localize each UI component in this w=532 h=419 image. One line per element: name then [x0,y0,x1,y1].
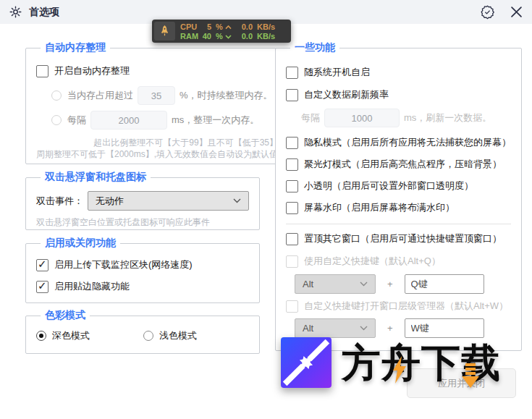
section-title-color-mode: 色彩模式 [41,309,90,322]
radio-suffix: %，时持续整理内存。 [180,89,273,102]
checkbox-icon [286,202,298,214]
cpu-unit: % [214,22,225,31]
ram-value: 40 [202,32,214,41]
checkbox-label: 屏幕水印（启用后屏幕将布满水印） [304,201,455,214]
doubleclick-event-label: 双击事件： [36,195,83,208]
memory-interval-input [90,111,167,130]
radio-icon [143,331,153,341]
cpu-net-value: 0.0 [236,22,255,31]
radio-memory-interval [51,115,62,125]
radio-label: 浅色模式 [159,329,197,342]
doubleclick-hint: 双击悬浮窗空白位置或托盘图标可响应此事件 [36,216,249,229]
checkbox-label: 使用自定义快捷键（默认Alt+Q） [304,255,441,268]
color-mode-options: 深色模式 浅色模式 [36,329,249,342]
checkbox-enable-auto-memory[interactable]: 开启自动内存整理 [36,64,278,77]
lightning-bolt-icon [393,356,406,384]
hotkey1-key-input[interactable] [405,274,484,294]
radio-memory-ratio [51,90,62,101]
checkbox-checked-icon [36,259,48,271]
checkbox-icon [286,89,298,101]
window-title: 首选项 [29,6,59,19]
hotkey2-key-input[interactable] [405,318,484,338]
checkbox-autostart[interactable]: 随系统开机自启 [286,66,511,79]
checkbox-spotlight-mode[interactable]: 聚光灯模式（启用后高亮焦点程序，压暗背景） [286,158,511,171]
refresh-interval-row: 每隔 ms，刷新一次数据。 [286,109,511,127]
floating-monitor-widget[interactable]: CPU 5 % 0.0 KB/s RAM 40 % 0.0 KB/s [152,20,291,43]
checkbox-disabled-icon [286,255,298,268]
select-value: 无动作 [96,195,124,208]
cpu-label: CPU [180,22,202,31]
radio-label: 每隔 [67,114,86,127]
select-value: Alt [303,323,313,334]
hotkey2-modifier-select: Alt [295,318,376,338]
divider [286,224,511,224]
ram-stats-row: RAM 40 % 0.0 KB/s [180,32,287,41]
hotkey2-row: Alt + [286,318,511,338]
checkbox-label: 小透明（启用后可设置外部窗口透明度） [304,179,473,192]
checkbox-screen-watermark[interactable]: 屏幕水印（启用后屏幕将布满水印） [286,201,511,214]
monitor-stats: CPU 5 % 0.0 KB/s RAM 40 % 0.0 KB/s [180,22,287,41]
section-toggle-features: 启用或关闭功能 启用上传下载监控区块(网络速度) 启用贴边隐藏功能 [25,237,260,303]
trend-down-icon [225,32,236,41]
ram-unit: % [214,32,225,41]
chevron-down-icon [360,326,368,331]
checkbox-icon [286,233,298,245]
trend-up-icon [225,22,236,31]
checkbox-label: 随系统开机自启 [304,66,370,79]
section-title-misc-features: 一些功能 [290,41,339,54]
watermark-logo-arrows-icon [281,337,332,388]
checkbox-icon [286,180,298,192]
doubleclick-event-select[interactable]: 无动作 [88,191,249,211]
checkbox-label: 聚光灯模式（启用后高亮焦点程序，压暗背景） [304,158,502,171]
memory-hint-2: 周期整理不可低于【2000ms】,填入无效数值会自动设为默认值 [36,148,278,160]
radio-selected-icon [36,331,46,341]
section-title-doubleclick: 双击悬浮窗和托盘图标 [41,171,151,184]
radio-light-mode[interactable]: 浅色模式 [143,329,197,342]
watermark-logo [281,337,332,388]
ram-net-value: 0.0 [236,32,255,41]
download-arrow-icon [462,363,479,388]
cpu-value: 5 [202,22,214,31]
checkbox-disabled-icon [286,300,298,313]
checkbox-label: 自定义快捷键打开窗口层级管理器（默认Alt+W） [304,300,508,313]
close-button[interactable] [511,7,522,17]
verify-badge-button[interactable] [480,4,495,20]
memory-ratio-input [138,86,175,105]
select-value: Alt [303,279,313,289]
rocket-icon [160,25,169,38]
memory-hint-1: 超出比例整理不可【大于99】且不可【低于35】 [36,137,278,148]
radio-row-memory-interval: 每隔 ms，整理一次内存。 [36,111,278,130]
chevron-down-icon [360,282,368,287]
cpu-net-unit: KB/s [255,22,276,31]
cpu-stats-row: CPU 5 % 0.0 KB/s [180,22,287,31]
section-auto-memory: 自动内存整理 开启自动内存整理 当内存占用超过 %，时持续整理内存。 每隔 ms… [25,41,289,164]
watermark: 方舟下载 [281,337,501,388]
chevron-down-icon [233,198,241,203]
checkbox-custom-hotkey: 使用自定义快捷键（默认Alt+Q） [286,255,511,268]
radio-label: 深色模式 [52,329,90,342]
rocket-icon-box [154,22,175,41]
checkbox-icon [286,67,298,79]
checkbox-label: 隐私模式（启用后所有应用将无法捕获您的屏幕） [304,136,511,149]
checkbox-label: 启用贴边隐藏功能 [54,280,130,293]
refresh-prefix: 每隔 [301,111,320,124]
checkbox-edge-hide[interactable]: 启用贴边隐藏功能 [36,280,249,293]
checkbox-net-speed-block[interactable]: 启用上传下载监控区块(网络速度) [36,258,249,271]
checkbox-privacy-mode[interactable]: 隐私模式（启用后所有应用将无法捕获您的屏幕） [286,136,511,149]
checkbox-transparency[interactable]: 小透明（启用后可设置外部窗口透明度） [286,179,511,192]
refresh-suffix: ms，刷新一次数据。 [404,111,491,124]
checkbox-custom-refresh[interactable]: 自定义数据刷新频率 [286,88,511,101]
refresh-interval-input [324,109,400,127]
hotkey1-row: Alt + [286,274,511,294]
checkbox-label: 置顶其它窗口（启用后可通过快捷键置顶窗口） [304,232,502,245]
checkbox-pin-other-window[interactable]: 置顶其它窗口（启用后可通过快捷键置顶窗口） [286,232,511,245]
ram-label: RAM [180,32,202,41]
checkbox-icon [286,137,298,149]
checkbox-icon [286,158,298,171]
radio-dark-mode[interactable]: 深色模式 [36,329,90,342]
radio-label: 当内存占用超过 [67,89,133,102]
radio-row-memory-ratio: 当内存占用超过 %，时持续整理内存。 [36,86,278,105]
section-doubleclick: 双击悬浮窗和托盘图标 双击事件： 无动作 双击悬浮窗空白位置或托盘图标可响应此事… [25,171,260,230]
checkbox-label: 启用上传下载监控区块(网络速度) [54,258,193,271]
ram-net-unit: KB/s [255,32,276,41]
